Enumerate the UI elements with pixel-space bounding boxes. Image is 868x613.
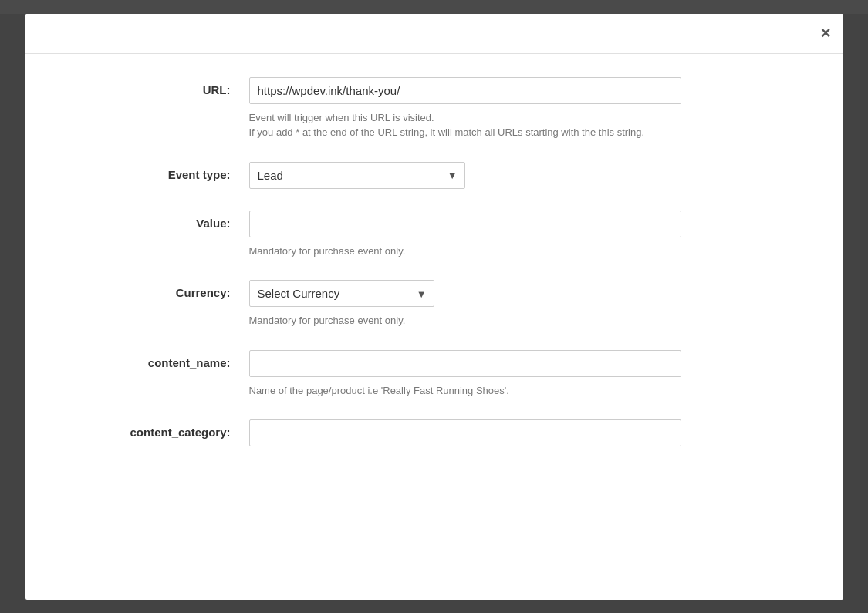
content-name-input[interactable] xyxy=(249,350,681,377)
currency-select[interactable]: Select Currency USD EUR GBP AUD CAD JPY xyxy=(249,280,434,307)
value-field: Mandatory for purchase event only. xyxy=(249,211,681,259)
value-input[interactable] xyxy=(249,211,681,237)
content-name-field: Name of the page/product i.e 'Really Fas… xyxy=(249,350,681,399)
content-name-help: Name of the page/product i.e 'Really Fas… xyxy=(249,383,681,399)
modal-body[interactable]: URL: Event will trigger when this URL is… xyxy=(25,54,843,600)
value-help: Mandatory for purchase event only. xyxy=(249,244,681,259)
event-type-label: Event type: xyxy=(87,162,249,181)
currency-help: Mandatory for purchase event only. xyxy=(249,313,681,328)
currency-select-wrapper: Select Currency USD EUR GBP AUD CAD JPY … xyxy=(249,280,434,307)
content-category-row: content_category: xyxy=(25,419,843,446)
content-category-input[interactable] xyxy=(249,419,681,446)
event-type-select-wrapper: Lead Purchase ViewContent AddToCart Init… xyxy=(249,162,465,189)
currency-label: Currency: xyxy=(87,280,249,299)
top-bar xyxy=(0,0,868,14)
url-row: URL: Event will trigger when this URL is… xyxy=(25,77,843,140)
event-type-row: Event type: Lead Purchase ViewContent Ad… xyxy=(25,162,843,189)
content-name-label: content_name: xyxy=(87,350,249,369)
value-row: Value: Mandatory for purchase event only… xyxy=(25,211,843,259)
modal-dialog: × URL: Event will trigger when this URL … xyxy=(25,14,843,600)
event-type-select[interactable]: Lead Purchase ViewContent AddToCart Init… xyxy=(249,162,465,189)
content-category-label: content_category: xyxy=(87,419,249,439)
url-input[interactable] xyxy=(249,77,681,104)
url-help: Event will trigger when this URL is visi… xyxy=(249,110,681,140)
value-label: Value: xyxy=(87,211,249,230)
content-category-field xyxy=(249,419,681,446)
content-name-row: content_name: Name of the page/product i… xyxy=(25,350,843,399)
modal-overlay: × URL: Event will trigger when this URL … xyxy=(0,0,868,613)
currency-field: Select Currency USD EUR GBP AUD CAD JPY … xyxy=(249,280,681,328)
event-type-field: Lead Purchase ViewContent AddToCart Init… xyxy=(249,162,681,189)
close-button[interactable]: × xyxy=(821,25,831,42)
currency-row: Currency: Select Currency USD EUR GBP AU… xyxy=(25,280,843,328)
modal-header: × xyxy=(25,14,843,54)
url-field: Event will trigger when this URL is visi… xyxy=(249,77,681,140)
url-label: URL: xyxy=(87,77,249,96)
